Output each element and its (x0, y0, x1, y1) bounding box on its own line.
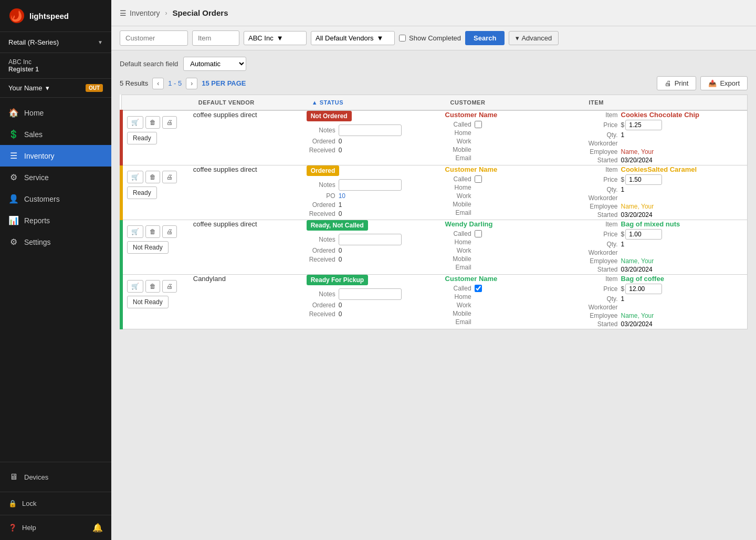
store-selector[interactable]: Retail (R-Series) ▼ (0, 32, 111, 53)
sidebar-item-customers[interactable]: 👤 Customers (0, 188, 111, 210)
show-completed-checkbox[interactable] (399, 35, 406, 41)
print-row-button[interactable]: 🖨 (162, 171, 177, 183)
nav-bottom: 🖥 Devices (0, 462, 111, 492)
cart-icon-button[interactable]: 🛒 (127, 116, 143, 129)
prev-page-button[interactable]: ‹ (152, 78, 164, 89)
all-vendors-dropdown-icon: ▼ (377, 34, 384, 42)
search-button[interactable]: Search (465, 31, 505, 45)
trash-icon-button[interactable]: 🗑 (145, 280, 160, 293)
sidebar-item-inventory[interactable]: ☰ Inventory (0, 145, 111, 167)
cell-status-0: Not Ordered Notes Ordered 0 Received 0 (307, 110, 445, 165)
print-button[interactable]: 🖨 Print (657, 76, 697, 90)
cell-item-2: Item Bag of mixed nuts Price $ Qty. 1 Wo… (584, 220, 748, 275)
col-header-actions (121, 95, 193, 111)
results-left: 5 Results ‹ 1 - 5 › 15 PER PAGE (120, 78, 246, 89)
price-input[interactable] (625, 120, 662, 130)
called-checkbox[interactable] (475, 230, 482, 237)
trash-icon-button[interactable]: 🗑 (145, 225, 160, 238)
lock-label: Lock (22, 500, 36, 507)
user-area[interactable]: Your Name ▾ OUT (0, 79, 111, 98)
vendor-select[interactable]: ABC Inc ▼ (244, 31, 307, 45)
results-row: 5 Results ‹ 1 - 5 › 15 PER PAGE 🖨 Print … (120, 76, 748, 90)
sidebar-item-devices[interactable]: 🖥 Devices (0, 466, 111, 487)
cart-icon-button[interactable]: 🛒 (127, 225, 143, 238)
print-row-button[interactable]: 🖨 (162, 225, 177, 238)
results-count: 5 Results (120, 79, 148, 87)
sidebar-item-reports[interactable]: 📊 Reports (0, 210, 111, 231)
notes-input[interactable] (339, 124, 402, 136)
status-badge: Not Ordered (307, 111, 352, 121)
print-row-button[interactable]: 🖨 (162, 116, 177, 129)
notes-input[interactable] (339, 288, 402, 300)
cell-vendor-3: Candyland (193, 275, 307, 329)
item-name: Cookies Chocolate Chip (621, 111, 700, 119)
ready-status-button[interactable]: Ready (127, 186, 157, 199)
print-row-button[interactable]: 🖨 (162, 280, 177, 293)
cell-customer-0: Customer Name Called Home Work Mobile Em… (445, 110, 584, 165)
search-field-select[interactable]: Automatic (183, 57, 246, 71)
advanced-button[interactable]: ▾ Advanced (509, 31, 559, 45)
vendor-dropdown-icon: ▼ (277, 34, 284, 42)
store-name: Retail (R-Series) (8, 38, 59, 46)
sidebar-item-service[interactable]: ⚙ Service (0, 167, 111, 188)
export-button[interactable]: 📤 Export (700, 76, 748, 90)
sidebar-item-sales[interactable]: 💲 Sales (0, 123, 111, 145)
item-search-input[interactable] (192, 30, 239, 46)
ready-status-button[interactable]: Not Ready (127, 241, 169, 254)
breadcrumb-icon: ☰ (120, 9, 127, 17)
settings-icon: ⚙ (8, 237, 19, 247)
price-input[interactable] (625, 229, 662, 240)
cell-vendor-0: coffee supplies direct (193, 110, 307, 165)
cell-actions-1: 🛒 🗑 🖨 Ready (123, 165, 193, 204)
col-header-item: ITEM (584, 95, 748, 111)
sidebar: lightspeed Retail (R-Series) ▼ ABC Inc R… (0, 0, 111, 540)
cart-icon-button[interactable]: 🛒 (127, 280, 143, 293)
customer-name: Customer Name (445, 275, 584, 283)
cell-actions-2: 🛒 🗑 🖨 Not Ready (123, 220, 193, 259)
employee-name: Name, Your (621, 203, 654, 210)
logo-area[interactable]: lightspeed (0, 0, 111, 32)
cart-icon-button[interactable]: 🛒 (127, 171, 143, 183)
sidebar-item-home[interactable]: 🏠 Home (0, 102, 111, 123)
action-icons-3: 🛒 🗑 🖨 (127, 280, 177, 293)
notification-bell-icon[interactable]: 🔔 (92, 523, 103, 533)
cell-vendor-2: coffee supplies direct (193, 220, 307, 275)
logo-text: lightspeed (29, 12, 69, 20)
lock-button[interactable]: 🔒 Lock (0, 492, 111, 515)
notes-input[interactable] (339, 234, 402, 245)
help-label: Help (22, 524, 36, 532)
sidebar-item-label: Customers (24, 195, 60, 203)
out-badge: OUT (86, 84, 103, 92)
account-name: ABC Inc (8, 58, 39, 66)
called-checkbox[interactable] (475, 175, 482, 183)
ready-status-button[interactable]: Ready (127, 132, 157, 144)
per-page-link[interactable]: 15 PER PAGE (202, 79, 246, 87)
sidebar-item-label: Home (24, 109, 44, 117)
customer-search-input[interactable] (120, 30, 188, 46)
account-info: ABC Inc Register 1 (8, 58, 39, 73)
cell-customer-2: Wendy Darling Called Home Work Mobile Em… (445, 220, 584, 275)
notes-input[interactable] (339, 179, 402, 191)
help-button[interactable]: ❓ Help (8, 524, 36, 532)
price-input[interactable] (625, 284, 662, 294)
called-checkbox[interactable] (475, 285, 482, 292)
ready-status-button[interactable]: Not Ready (127, 296, 169, 308)
called-checkbox[interactable] (475, 121, 482, 128)
vendor-select-value: ABC Inc (248, 34, 274, 42)
breadcrumb-parent[interactable]: Inventory (130, 9, 160, 17)
sidebar-item-settings[interactable]: ⚙ Settings (0, 231, 111, 253)
price-input[interactable] (625, 174, 662, 185)
trash-icon-button[interactable]: 🗑 (145, 171, 160, 183)
reports-icon: 📊 (8, 215, 19, 225)
logo-icon (8, 7, 25, 24)
content-area: Default search field Automatic 5 Results… (111, 50, 756, 540)
nav-items: 🏠 Home 💲 Sales ☰ Inventory ⚙ Service 👤 C… (0, 98, 111, 462)
item-name: CookiesSalted Caramel (621, 165, 697, 173)
next-page-button[interactable]: › (186, 78, 197, 89)
status-badge: Ready For Pickup (307, 275, 368, 285)
all-vendors-dropdown[interactable]: All Default Vendors ▼ (311, 31, 395, 45)
trash-icon-button[interactable]: 🗑 (145, 116, 160, 129)
page-range: 1 - 5 (168, 79, 182, 87)
status-badge: Ready, Not Called (307, 220, 368, 231)
customer-name: Wendy Darling (445, 220, 584, 228)
